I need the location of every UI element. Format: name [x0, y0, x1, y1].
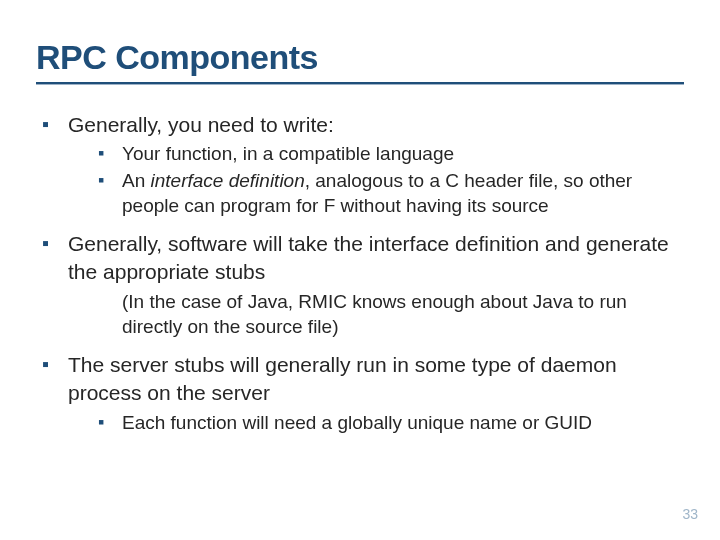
bullet-item: Generally, software will take the interf… — [42, 230, 684, 339]
bullet-text: The server stubs will generally run in s… — [68, 353, 617, 404]
sub-bullet-item: An interface definition, analogous to a … — [98, 169, 684, 218]
sub-bullet-list: Your function, in a compatible language … — [68, 142, 684, 218]
bullet-list: Generally, you need to write: Your funct… — [36, 111, 684, 436]
bullet-item: The server stubs will generally run in s… — [42, 351, 684, 435]
sub-bullet-list: Each function will need a globally uniqu… — [68, 411, 684, 436]
bullet-paragraph: (In the case of Java, RMIC knows enough … — [68, 290, 684, 339]
sub-bullet-prefix: An — [122, 170, 151, 191]
title-rule — [36, 82, 684, 85]
sub-bullet-item: Each function will need a globally uniqu… — [98, 411, 684, 436]
page-number: 33 — [682, 506, 698, 522]
sub-bullet-text: Each function will need a globally uniqu… — [122, 412, 592, 433]
bullet-text: Generally, software will take the interf… — [68, 232, 669, 283]
slide-content: Generally, you need to write: Your funct… — [36, 111, 684, 436]
sub-bullet-item: Your function, in a compatible language — [98, 142, 684, 167]
sub-bullet-text: Your function, in a compatible language — [122, 143, 454, 164]
slide: RPC Components Generally, you need to wr… — [0, 0, 720, 540]
bullet-text: Generally, you need to write: — [68, 113, 334, 136]
sub-bullet-emph: interface definition — [151, 170, 305, 191]
bullet-item: Generally, you need to write: Your funct… — [42, 111, 684, 219]
slide-title: RPC Components — [36, 40, 684, 76]
